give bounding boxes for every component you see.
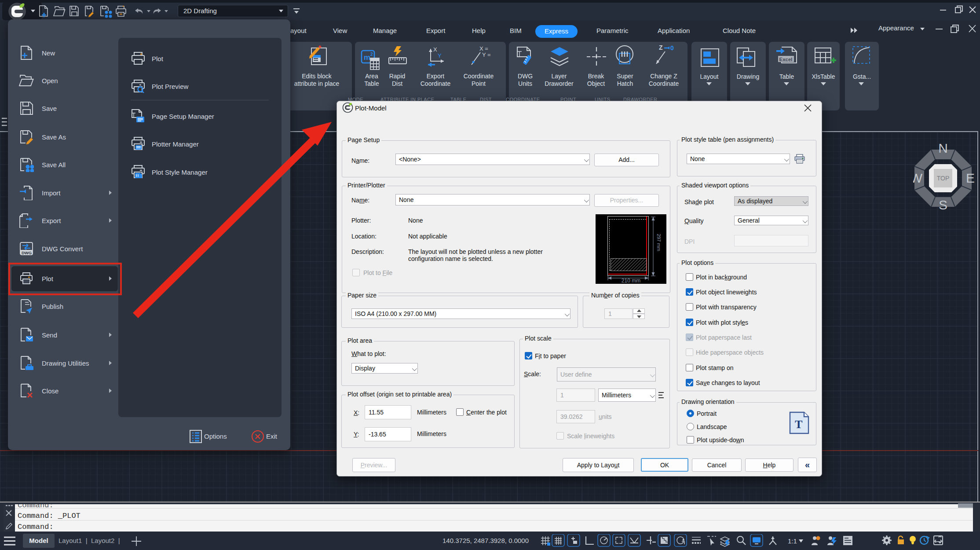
svg-text:2: 2	[370, 52, 373, 57]
svg-text:1:1: 1:1	[788, 537, 797, 545]
svg-text:W: W	[913, 171, 923, 185]
svg-text:Excel: Excel	[779, 57, 793, 62]
svg-text:T: T	[795, 418, 802, 431]
svg-text:E: E	[966, 171, 975, 185]
svg-text:TOP: TOP	[937, 175, 950, 182]
svg-text:m: m	[364, 53, 370, 62]
svg-text:S: S	[939, 198, 947, 212]
svg-text:X =: X =	[479, 45, 488, 52]
svg-text:Y =: Y =	[482, 51, 491, 58]
svg-text:N: N	[938, 143, 948, 155]
svg-text:Y: Y	[438, 52, 442, 59]
svg-text:X: X	[433, 46, 437, 53]
svg-text:Z: Z	[659, 44, 663, 51]
svg-text:0: 0	[670, 44, 674, 51]
svg-text:DWG: DWG	[22, 250, 32, 255]
